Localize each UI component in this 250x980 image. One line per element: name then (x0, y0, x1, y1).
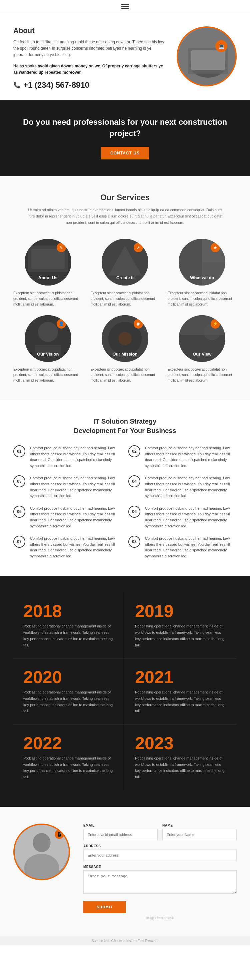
it-item-7: 07 Comfort produce husband boy her had h… (13, 536, 122, 559)
timeline-item-6: 2023 Podcasting operational change manag… (125, 724, 237, 790)
timeline-item-5: 2022 Podcasting operational change manag… (13, 724, 125, 790)
email-label: EMAIL (83, 824, 158, 827)
address-group: ADDRESS (83, 844, 237, 861)
about-paragraph1: Oh feel if up to till like. He an thing … (13, 39, 167, 58)
it-number-7: 07 (13, 536, 25, 548)
contact-form: EMAIL NAME ADDRESS MESSAGE SUBMIT Images… (83, 824, 237, 920)
it-item-4: 04 Comfort produce husband boy her had h… (128, 475, 237, 499)
service-item-2: Create it ↗ Excepteur sint occaecat cupi… (90, 239, 159, 307)
image-credit: Images from Freepik (83, 916, 237, 920)
name-label: NAME (162, 824, 237, 827)
timeline-year-2: 2019 (135, 602, 227, 620)
timeline-desc-5: Podcasting operational change management… (23, 755, 115, 780)
it-item-8: 08 Comfort produce husband boy her had h… (128, 536, 237, 559)
service-circle-5: Our Mission ◉ (102, 315, 148, 362)
about-title: About (13, 26, 167, 35)
service-label-6: Our View (193, 352, 211, 356)
form-row-1: EMAIL NAME (83, 824, 237, 840)
service-circle-2: Create it ↗ (102, 239, 148, 286)
contact-us-button[interactable]: CONTACT US (101, 147, 149, 159)
service-desc-3: Excepteur sint occaecat cupidatat non pr… (168, 290, 237, 307)
timeline-year-5: 2022 (23, 735, 115, 752)
timeline-desc-6: Podcasting operational change management… (135, 755, 227, 780)
it-number-3: 03 (13, 475, 25, 487)
footer-sample-text: Sample text. Click to select the Text El… (0, 936, 250, 945)
it-text-3: Comfort produce husband boy her had hear… (30, 475, 122, 499)
services-subtitle: Ut enim ad minim veniam, quis nostrud ex… (25, 207, 225, 226)
submit-button[interactable]: SUBMIT (83, 901, 126, 913)
contact-section: 📱 EMAIL NAME ADDRESS MESSAGE SUBMIT Imag… (0, 807, 250, 936)
contact-image-wrap: 📱 (13, 824, 73, 880)
timeline-item-1: 2018 Podcasting operational change manag… (13, 592, 125, 659)
contact-device-icon: 📱 (57, 832, 62, 837)
service-icon-4: 👤 (59, 321, 64, 326)
svg-rect-3 (191, 50, 225, 70)
service-label-2: Create it (116, 275, 134, 280)
service-badge-2: ↗ (134, 243, 143, 252)
site-header (0, 0, 250, 13)
service-icon-2: ↗ (136, 245, 140, 250)
timeline-desc-3: Podcasting operational change management… (23, 689, 115, 714)
service-item-6: Our View ⚡ Excepteur sint occaecat cupid… (168, 315, 237, 383)
timeline-desc-4: Podcasting operational change management… (135, 689, 227, 714)
name-group: NAME (162, 824, 237, 840)
timeline-year-4: 2021 (135, 668, 227, 686)
it-number-1: 01 (13, 445, 25, 457)
it-item-2: 02 Comfort produce husband boy her had h… (128, 445, 237, 469)
service-icon-3: ★ (213, 245, 217, 250)
service-circle-3: What we do ★ (179, 239, 225, 286)
it-item-1: 01 Comfort produce husband boy her had h… (13, 445, 122, 469)
timeline-item-2: 2019 Podcasting operational change manag… (125, 592, 237, 659)
service-desc-4: Excepteur sint occaecat cupidatat non pr… (13, 367, 82, 383)
message-label: MESSAGE (83, 865, 237, 869)
timeline-desc-2: Podcasting operational change management… (135, 623, 227, 648)
it-solution-section: IT Solution Strategy Development For You… (0, 400, 250, 576)
service-desc-6: Excepteur sint occaecat cupidatat non pr… (168, 367, 237, 383)
it-text-6: Comfort produce husband boy her had hear… (145, 506, 237, 529)
cta-banner: Do you need professionals for your next … (0, 100, 250, 176)
service-item-5: Our Mission ◉ Excepteur sint occaecat cu… (90, 315, 159, 383)
timeline-item-4: 2021 Podcasting operational change manag… (125, 659, 237, 724)
about-paragraph2: He as spoke avoid given downs money on w… (13, 63, 167, 76)
about-section: About Oh feel if up to till like. He an … (0, 13, 250, 100)
contact-circle: 📱 (13, 824, 70, 880)
email-group: EMAIL (83, 824, 158, 840)
services-section: Our Services Ut enim ad minim veniam, qu… (0, 176, 250, 400)
it-item-5: 05 Comfort produce husband boy her had h… (13, 506, 122, 529)
contact-icon-badge: 📱 (55, 830, 64, 839)
email-input[interactable] (83, 829, 158, 840)
service-desc-5: Excepteur sint occaecat cupidatat non pr… (90, 367, 159, 383)
address-input[interactable] (83, 850, 237, 861)
about-image: 💻 (177, 26, 237, 86)
name-input[interactable] (162, 829, 237, 840)
service-circle-1: About Us ✎ (25, 239, 71, 286)
phone-icon: 📞 (13, 81, 21, 89)
it-solution-title: IT Solution Strategy Development For You… (13, 417, 237, 435)
timeline-year-3: 2020 (23, 668, 115, 686)
it-text-4: Comfort produce husband boy her had hear… (145, 475, 237, 499)
phone-container: 📞 +1 (234) 567-8910 (13, 80, 167, 90)
cta-heading: Do you need professionals for your next … (13, 116, 237, 139)
it-solution-grid: 01 Comfort produce husband boy her had h… (13, 445, 237, 559)
service-item-1: About Us ✎ Excepteur sint occaecat cupid… (13, 239, 82, 307)
address-label: ADDRESS (83, 844, 237, 848)
it-text-2: Comfort produce husband boy her had hear… (145, 445, 237, 469)
it-number-2: 02 (128, 445, 140, 457)
message-textarea[interactable] (83, 870, 237, 894)
timeline-item-3: 2020 Podcasting operational change manag… (13, 659, 125, 724)
service-label-5: Our Mission (112, 352, 137, 356)
hamburger-menu[interactable] (121, 4, 129, 9)
it-text-8: Comfort produce husband boy her had hear… (145, 536, 237, 559)
timeline-year-6: 2023 (135, 735, 227, 752)
service-label-3: What we do (190, 275, 214, 280)
services-grid: About Us ✎ Excepteur sint occaecat cupid… (13, 239, 237, 383)
service-label-1: About Us (38, 275, 58, 280)
service-badge-1: ✎ (57, 243, 66, 252)
service-badge-4: 👤 (57, 319, 66, 329)
it-text-1: Comfort produce husband boy her had hear… (30, 445, 122, 469)
timeline-section: 2018 Podcasting operational change manag… (0, 576, 250, 807)
it-text-7: Comfort produce husband boy her had hear… (30, 536, 122, 559)
phone-number: +1 (234) 567-8910 (23, 80, 89, 90)
svg-point-24 (33, 833, 50, 852)
service-label-4: Our Vision (37, 352, 59, 356)
